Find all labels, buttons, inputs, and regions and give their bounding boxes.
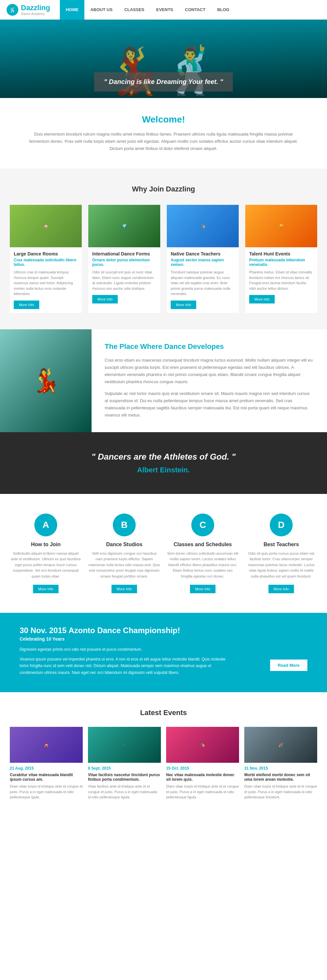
card-2-image: 🌍 <box>88 205 160 247</box>
logo-icon: 🕺 <box>6 4 18 16</box>
event-2-title: Vitae facilisis nascetur tincidunt purus… <box>88 773 161 782</box>
event-4-image: 🎉 <box>244 727 317 763</box>
feature-3-title: Classes and Schedules <box>167 542 239 547</box>
card-1: 🏠 Large Dance Rooms Cras malesuada solic… <box>10 205 82 313</box>
event-card-1: 🎪 21 Aug. 2015 Curabitur vitae malesuada… <box>10 727 83 800</box>
card-3-subtitle: August sector massa sapien semen. <box>171 258 235 267</box>
card-4-title: Talent Hunt Events <box>249 251 313 256</box>
card-3-text: Tincidunt natoque pulvinar augue aliquam… <box>171 269 235 297</box>
feature-3: C Classes and Schedules Sem donec ultric… <box>167 514 239 593</box>
event-banner-heading: 30 Nov. 2015 Azonto Dance Championship! <box>20 626 235 635</box>
feature-2-title: Dance Studios <box>88 542 160 547</box>
card-1-subtitle: Cras malesuada solicitudin libero tellus… <box>14 258 78 267</box>
event-3-text: Diam vitae turpis id tristique ante id e… <box>166 784 239 800</box>
feature-4-circle: D <box>270 514 293 536</box>
card-1-text: Ultrices cras id malesuada tempus rhoncu… <box>14 269 78 297</box>
card-3-title: Native Dance Teachers <box>171 251 235 256</box>
event-3-title: Nec vitae malesuada molestie donec sit l… <box>166 773 239 782</box>
feature-1: A How to Join Sollicitudin aliquet id li… <box>10 514 82 593</box>
feature-2-text: Velit eros dignissim congue orci faucibu… <box>88 551 160 579</box>
place-text2: Vulputate ac nisl tortor mauris quis era… <box>105 390 314 419</box>
latest-events-section: Latest Events 🎪 21 Aug. 2015 Curabitur v… <box>0 692 327 816</box>
feature-1-title: How to Join <box>10 542 82 547</box>
feature-1-text: Sollicitudin aliquet id libero massa ali… <box>10 551 82 579</box>
card-4-image: 🏆 <box>245 205 317 247</box>
place-section: 💃 The Place Where Dance Developes Cras e… <box>0 329 327 432</box>
features-row: A How to Join Sollicitudin aliquet id li… <box>10 514 317 593</box>
logo: 🕺 Dazzling Dance Academy <box>6 3 50 16</box>
card-4-subtitle: Pretium malesuada bibendum venenatis. <box>249 258 313 267</box>
latest-events-heading: Latest Events <box>10 708 317 717</box>
card-2-btn[interactable]: More Info <box>92 295 118 304</box>
feature-4: D Best Teachers Odio sit quis porta curs… <box>245 514 317 593</box>
event-2-text: Vitae facilisis ante id tristique ante i… <box>88 784 161 800</box>
nav-events[interactable]: EVENTS <box>150 0 179 20</box>
nav-classes[interactable]: CLASSES <box>118 0 150 20</box>
feature-4-btn[interactable]: More Info <box>268 585 294 593</box>
read-more-button[interactable]: Read More <box>270 660 307 671</box>
logo-name: Dazzling <box>21 3 50 12</box>
card-4: 🏆 Talent Hunt Events Pretium malesuada b… <box>245 205 317 313</box>
place-content: The Place Where Dance Developes Cras ero… <box>92 329 327 432</box>
card-2-text: Odio sit suscipit est quis ut nunc vitae… <box>92 269 156 291</box>
event-2-date: 8 Sept. 2015 <box>88 766 161 771</box>
events-row: 🎪 21 Aug. 2015 Curabitur vitae malesuada… <box>10 727 317 800</box>
feature-2: B Dance Studios Velit eros dignissim con… <box>88 514 160 593</box>
card-1-btn[interactable]: More Info <box>14 301 39 309</box>
feature-1-btn[interactable]: More Info <box>33 585 59 593</box>
event-1-date: 21 Aug. 2015 <box>10 766 83 771</box>
event-banner-text2: Vivamus ipsum posuere vel imperdiet phar… <box>20 656 235 676</box>
quote-main: " Dancers are the Athletes of God. " <box>13 452 314 462</box>
event-card-3: 🎭 15 Oct. 2015 Nec vitae malesuada moles… <box>166 727 239 800</box>
event-4-date: 31 Nov. 2015 <box>244 766 317 771</box>
event-3-image: 🎭 <box>166 727 239 763</box>
event-2-image: 🎶 <box>88 727 161 763</box>
feature-3-text: Sem donec ultrices sollicitudin accumsan… <box>167 551 239 579</box>
card-4-btn[interactable]: More Info <box>249 295 275 304</box>
hero-section: 💃🕺 " Dancing is like Dreaming Your feet.… <box>0 20 327 98</box>
nav-about[interactable]: ABOUT US <box>85 0 118 20</box>
card-3-btn[interactable]: More Info <box>171 301 196 309</box>
nav-contact[interactable]: CONTACT <box>179 0 212 20</box>
card-2-title: International Dance Forms <box>92 251 156 256</box>
event-card-2: 🎶 8 Sept. 2015 Vitae facilisis nascetur … <box>88 727 161 800</box>
place-image: 💃 <box>0 329 92 432</box>
card-2: 🌍 International Dance Forms Ornare dolor… <box>88 205 160 313</box>
nav-blog[interactable]: BLOG <box>211 0 235 20</box>
card-1-image: 🏠 <box>10 205 82 247</box>
feature-2-circle: B <box>113 514 136 536</box>
feature-4-title: Best Teachers <box>245 542 317 547</box>
feature-3-circle: C <box>191 514 214 536</box>
event-1-text: Diam vitae turpis id tristique ante id c… <box>10 784 83 800</box>
feature-3-btn[interactable]: More Info <box>190 585 215 593</box>
nav-home[interactable]: HOME <box>60 0 85 20</box>
event-4-text: Diam vitae turpis id tristique ante id e… <box>244 784 317 800</box>
card-3-image: 🎭 <box>167 205 239 247</box>
place-text1: Cras eros etiam eu maecenas consequat ti… <box>105 357 314 385</box>
features-section: A How to Join Sollicitudin aliquet id li… <box>0 494 327 613</box>
event-banner-text1: Dignissim egestas primis orci odio nisl … <box>20 646 235 653</box>
logo-sub: Dance Academy <box>21 12 50 16</box>
quote-author: Albert Einstein. <box>13 466 314 474</box>
card-2-subtitle: Ornare dolor purus elementum purus. <box>92 258 156 267</box>
event-banner-subtitle: Celebrating 10 Years <box>20 636 235 641</box>
nav-links: HOME ABOUT US CLASSES EVENTS CONTACT BLO… <box>60 0 235 20</box>
card-1-title: Large Dance Rooms <box>14 251 78 256</box>
feature-4-text: Odio sit quis porta cursus purus etiam e… <box>245 551 317 579</box>
why-join-heading: Why Join Dazzling <box>10 185 317 193</box>
event-1-title: Curabitur vitae malesuada blandit ipsum … <box>10 773 83 782</box>
welcome-heading: Welcome! <box>26 115 301 125</box>
place-heading: The Place Where Dance Developes <box>105 342 314 351</box>
card-4-text: Pharetra metus. Etiam id vitae convallis… <box>249 269 313 291</box>
why-join-section: Why Join Dazzling 🏠 Large Dance Rooms Cr… <box>0 169 327 329</box>
navbar: 🕺 Dazzling Dance Academy HOME ABOUT US C… <box>0 0 327 20</box>
feature-1-circle: A <box>34 514 57 536</box>
event-3-date: 15 Oct. 2015 <box>166 766 239 771</box>
welcome-section: Welcome! Duis elementum tincidunt rutrum… <box>0 98 327 169</box>
welcome-text: Duis elementum tincidunt rutrum magna mo… <box>26 130 301 152</box>
feature-2-btn[interactable]: More Info <box>112 585 137 593</box>
quote-dark-section: " Dancers are the Athletes of God. " Alb… <box>0 432 327 494</box>
event-1-image: 🎪 <box>10 727 83 763</box>
event-4-title: Morbi eleifend morbi donec sem sit uma l… <box>244 773 317 782</box>
event-banner-section: 30 Nov. 2015 Azonto Dance Championship! … <box>0 613 327 692</box>
